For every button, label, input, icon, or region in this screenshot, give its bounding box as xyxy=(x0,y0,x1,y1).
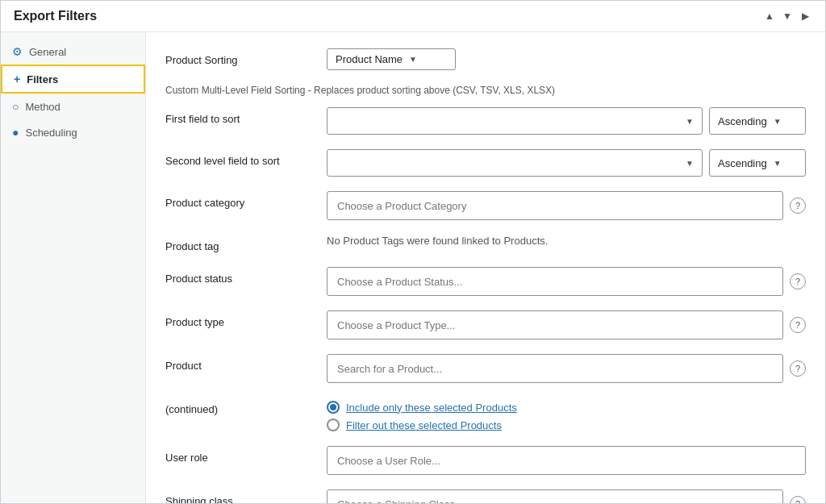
product-sorting-field: Product Name ▼ xyxy=(327,48,806,70)
product-category-input-group: ? xyxy=(327,191,806,220)
second-field-row: Second level field to sort ▼ Ascending ▼ xyxy=(165,149,806,177)
sidebar: ⚙ General + Filters ○ Method ● Schedulin… xyxy=(1,32,146,503)
sidebar-item-general[interactable]: ⚙ General xyxy=(1,39,145,65)
first-field-row: First field to sort ▼ Ascending ▼ xyxy=(165,107,806,135)
product-status-row: Product status ? xyxy=(165,267,806,296)
second-sort-value: Ascending xyxy=(718,157,767,169)
continued-field: Include only these selected Products Fil… xyxy=(327,398,806,431)
radio-filter-circle xyxy=(327,419,340,431)
product-help-icon[interactable]: ? xyxy=(790,360,806,377)
user-role-row: User role xyxy=(165,446,806,475)
second-field-select[interactable]: ▼ xyxy=(327,149,703,177)
product-field: ? xyxy=(327,354,806,383)
method-icon: ○ xyxy=(12,100,19,113)
product-search-input[interactable] xyxy=(327,354,783,383)
second-field-label: Second level field to sort xyxy=(165,149,327,167)
radio-include-label: Include only these selected Products xyxy=(346,402,517,414)
product-category-help-icon[interactable]: ? xyxy=(790,198,806,214)
second-sort-select[interactable]: Ascending ▼ xyxy=(709,149,806,177)
product-status-label: Product status xyxy=(165,267,327,285)
scheduling-icon: ● xyxy=(12,126,19,139)
sidebar-item-scheduling-label: Scheduling xyxy=(25,127,77,139)
radio-filter-label: Filter out these selected Products xyxy=(346,419,502,431)
sidebar-item-general-label: General xyxy=(29,46,66,58)
product-sorting-label: Product Sorting xyxy=(165,48,327,66)
first-field-group: ▼ Ascending ▼ xyxy=(327,107,806,135)
product-type-input-group: ? xyxy=(327,310,806,339)
second-sort-chevron: ▼ xyxy=(774,159,782,168)
sidebar-item-method[interactable]: ○ Method xyxy=(1,94,145,119)
chevron-up-icon[interactable]: ▲ xyxy=(762,9,777,23)
product-type-field: ? xyxy=(327,310,806,339)
product-sorting-value: Product Name xyxy=(336,53,403,65)
product-type-label: Product type xyxy=(165,310,327,328)
filters-icon: + xyxy=(14,73,20,85)
product-status-input-group: ? xyxy=(327,267,806,296)
second-field-field: ▼ Ascending ▼ xyxy=(327,149,806,177)
first-field-select[interactable]: ▼ xyxy=(327,107,703,135)
chevron-down-icon[interactable]: ▼ xyxy=(780,9,795,23)
product-category-input[interactable] xyxy=(327,191,783,220)
product-type-help-icon[interactable]: ? xyxy=(790,317,806,333)
window-controls: ▲ ▼ ▶ xyxy=(762,9,812,23)
window-title: Export Filters xyxy=(14,9,97,23)
second-field-chevron: ▼ xyxy=(686,159,694,168)
product-status-input[interactable] xyxy=(327,267,783,296)
sidebar-item-scheduling[interactable]: ● Scheduling xyxy=(1,119,145,145)
first-field-label: First field to sort xyxy=(165,107,327,125)
first-sort-chevron: ▼ xyxy=(774,117,782,126)
radio-include-circle xyxy=(327,401,340,414)
product-type-input[interactable] xyxy=(327,310,783,339)
product-tag-row: Product tag No Product Tags were found l… xyxy=(165,235,806,252)
shipping-class-input[interactable] xyxy=(327,489,783,503)
product-tag-label: Product tag xyxy=(165,235,327,252)
shipping-class-input-group: ? xyxy=(327,489,806,503)
product-sorting-row: Product Sorting Product Name ▼ xyxy=(165,48,806,70)
export-filters-window: Export Filters ▲ ▼ ▶ ⚙ General + Filters… xyxy=(0,0,826,504)
sidebar-item-filters[interactable]: + Filters xyxy=(1,65,145,94)
sidebar-item-method-label: Method xyxy=(25,101,60,113)
first-sort-select[interactable]: Ascending ▼ xyxy=(709,107,806,135)
continued-label: (continued) xyxy=(165,398,327,415)
main-content: Product Sorting Product Name ▼ Custom Mu… xyxy=(146,32,825,503)
product-category-label: Product category xyxy=(165,191,327,209)
shipping-class-label: Shipping class xyxy=(165,489,327,503)
product-category-row: Product category ? xyxy=(165,191,806,220)
first-sort-value: Ascending xyxy=(718,115,767,127)
user-role-input[interactable] xyxy=(327,446,806,475)
first-field-field: ▼ Ascending ▼ xyxy=(327,107,806,135)
product-status-field: ? xyxy=(327,267,806,296)
product-type-row: Product type ? xyxy=(165,310,806,339)
radio-group: Include only these selected Products Fil… xyxy=(327,398,806,431)
shipping-class-row: Shipping class ? xyxy=(165,489,806,503)
shipping-class-help-icon[interactable]: ? xyxy=(790,496,806,503)
general-icon: ⚙ xyxy=(12,45,23,58)
radio-filter-option[interactable]: Filter out these selected Products xyxy=(327,419,806,431)
window-header: Export Filters ▲ ▼ ▶ xyxy=(1,1,825,32)
product-tag-field: No Product Tags were found linked to Pro… xyxy=(327,235,806,247)
product-tag-text: No Product Tags were found linked to Pro… xyxy=(327,229,548,247)
radio-include-option[interactable]: Include only these selected Products xyxy=(327,401,806,414)
product-category-field: ? xyxy=(327,191,806,220)
product-row: Product ? xyxy=(165,354,806,383)
product-sorting-select[interactable]: Product Name ▼ xyxy=(327,48,456,70)
continued-row: (continued) Include only these selected … xyxy=(165,398,806,431)
product-status-help-icon[interactable]: ? xyxy=(790,273,806,289)
first-field-chevron: ▼ xyxy=(686,117,694,126)
user-role-label: User role xyxy=(165,446,327,464)
product-input-group: ? xyxy=(327,354,806,383)
user-role-field xyxy=(327,446,806,475)
content-area: ⚙ General + Filters ○ Method ● Schedulin… xyxy=(1,32,825,503)
shipping-class-field: ? xyxy=(327,489,806,503)
product-sorting-chevron: ▼ xyxy=(409,55,417,64)
product-label: Product xyxy=(165,354,327,372)
sidebar-item-filters-label: Filters xyxy=(27,73,58,85)
expand-icon[interactable]: ▶ xyxy=(798,9,812,23)
custom-sort-info: Custom Multi-Level Field Sorting - Repla… xyxy=(165,85,806,96)
second-field-group: ▼ Ascending ▼ xyxy=(327,149,806,177)
